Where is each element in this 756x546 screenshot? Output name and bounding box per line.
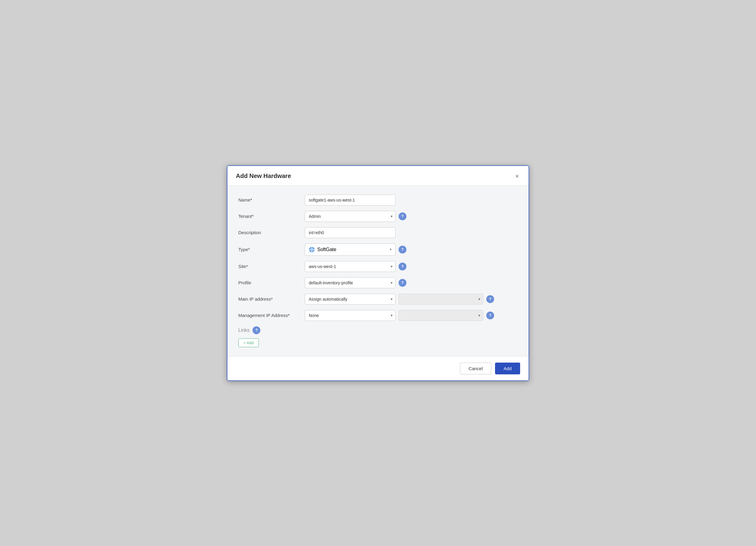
site-select[interactable]: aws-us-west-1 [305, 261, 396, 272]
mgmt-ip-select-wrapper: None ▾ [305, 310, 396, 321]
main-ip-label: Main IP address* [238, 296, 305, 301]
mgmt-ip-control: None ▾ ▾ ? [305, 310, 518, 321]
tenant-select[interactable]: Admin [305, 211, 396, 222]
profile-control: default-inventory-profile ▾ ? [305, 277, 518, 288]
type-control: SoftGate ▾ ? [305, 244, 518, 256]
profile-select[interactable]: default-inventory-profile [305, 277, 396, 288]
site-label: Site* [238, 264, 305, 269]
softgate-icon [309, 247, 315, 253]
description-control [305, 227, 518, 238]
description-row: Description [238, 227, 518, 238]
modal-footer: Cancel Add [227, 356, 529, 380]
tenant-label: Tenant* [238, 214, 305, 219]
description-input[interactable] [305, 227, 396, 238]
mgmt-ip-row: Management IP Address* None ▾ [238, 310, 518, 321]
close-button[interactable]: × [514, 172, 520, 180]
profile-row: Profile default-inventory-profile ▾ ? [238, 277, 518, 288]
main-ip-control: Assign automatically ▾ ▾ ? [305, 294, 518, 304]
type-label: Type* [238, 247, 305, 252]
main-ip-help-icon[interactable]: ? [486, 295, 494, 303]
site-control: aws-us-west-1 ▾ ? [305, 261, 518, 272]
type-select-left: SoftGate [309, 247, 336, 253]
modal-body: Name* Tenant* Admin ▾ ? [227, 186, 529, 356]
add-link-button[interactable]: + Add [238, 338, 259, 347]
type-help-icon[interactable]: ? [399, 246, 406, 254]
name-row: Name* [238, 195, 518, 206]
links-title: Links [238, 327, 249, 333]
profile-help-icon[interactable]: ? [399, 279, 406, 287]
main-ip-second-select-wrapper: ▾ [399, 294, 483, 304]
tenant-select-wrapper: Admin ▾ [305, 211, 396, 222]
mgmt-ip-second-select-wrapper: ▾ [399, 310, 483, 321]
profile-select-wrapper: default-inventory-profile ▾ [305, 277, 396, 288]
mgmt-ip-inputs: None ▾ ▾ ? [305, 310, 494, 321]
main-ip-row: Main IP address* Assign automatically ▾ [238, 294, 518, 304]
name-control [305, 195, 518, 206]
main-ip-select-wrapper: Assign automatically ▾ [305, 294, 396, 304]
mgmt-ip-label: Management IP Address* [238, 313, 305, 318]
close-icon: × [515, 173, 519, 180]
modal-title: Add New Hardware [236, 173, 291, 180]
type-value: SoftGate [317, 247, 336, 252]
name-label: Name* [238, 197, 305, 203]
mgmt-ip-select[interactable]: None [305, 310, 396, 321]
mgmt-ip-help-icon[interactable]: ? [486, 311, 494, 319]
tenant-row: Tenant* Admin ▾ ? [238, 211, 518, 222]
main-ip-select[interactable]: Assign automatically [305, 294, 396, 304]
type-chevron-icon: ▾ [390, 248, 392, 252]
type-select-display[interactable]: SoftGate ▾ [305, 244, 396, 256]
main-ip-inputs: Assign automatically ▾ ▾ ? [305, 294, 494, 304]
links-header: Links ? [238, 326, 518, 334]
site-select-wrapper: aws-us-west-1 ▾ [305, 261, 396, 272]
profile-label: Profile [238, 280, 305, 285]
modal-overlay: Add New Hardware × Name* Tenant* [227, 165, 529, 381]
links-section: Links ? + Add [238, 326, 518, 347]
modal-header: Add New Hardware × [227, 166, 529, 186]
site-row: Site* aws-us-west-1 ▾ ? [238, 261, 518, 272]
mgmt-ip-second-select[interactable] [399, 310, 483, 321]
add-button[interactable]: Add [495, 362, 520, 374]
tenant-help-icon[interactable]: ? [399, 213, 406, 220]
tenant-control: Admin ▾ ? [305, 211, 518, 222]
description-label: Description [238, 230, 305, 235]
cancel-button[interactable]: Cancel [460, 362, 492, 374]
type-row: Type* SoftGate ▾ [238, 244, 518, 256]
site-help-icon[interactable]: ? [399, 263, 406, 271]
modal-dialog: Add New Hardware × Name* Tenant* [227, 165, 529, 381]
links-help-icon[interactable]: ? [253, 326, 260, 334]
main-ip-second-select[interactable] [399, 294, 483, 304]
name-input[interactable] [305, 195, 396, 206]
